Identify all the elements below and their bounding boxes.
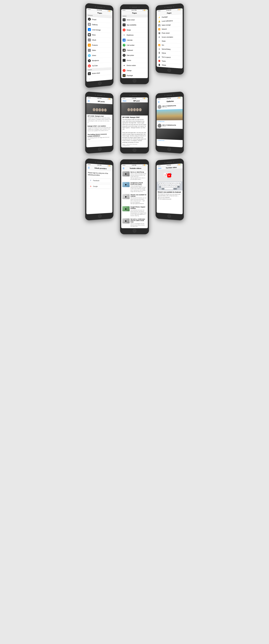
list-item-news[interactable]: 📰 News <box>86 32 112 38</box>
back-arrow-icon[interactable]: ‹ <box>158 168 158 169</box>
key-i[interactable]: i <box>174 182 176 184</box>
key-b[interactable]: b <box>170 186 172 188</box>
phone-screen-3-3: Carrier 1:04 PM ▲ 📶 🔋 ‹ Back YouTube vid… <box>157 164 183 214</box>
yt-player-screen[interactable]: ↗ ▶ ▶ YouTube <box>167 171 171 180</box>
list-item-badge[interactable]: ● Badge <box>121 28 148 32</box>
keyboard: q w e r t y u i o p a s d f g h <box>157 181 183 190</box>
key-j[interactable]: j <box>173 184 175 186</box>
home-button[interactable] <box>133 148 136 152</box>
hamburger-icon[interactable]: ☰ <box>123 167 125 170</box>
key-r[interactable]: r <box>165 182 167 184</box>
list-item-network[interactable]: 📶 Network <box>157 27 183 31</box>
hamburger-icon[interactable]: ☰ <box>88 100 90 102</box>
list-item-app-availability[interactable]: ⊞ App availability <box>121 22 148 28</box>
list-item-brightness[interactable]: ☀ Brightness <box>121 32 148 38</box>
item-label: SQLite <box>162 52 166 54</box>
post-card-2[interactable]: Raleigh 27607: Live Updates Tonight the … <box>86 124 112 133</box>
key-l[interactable]: l <box>177 184 180 186</box>
speaker-grill <box>97 7 103 8</box>
home-button[interactable] <box>168 214 171 218</box>
gallery-read-more[interactable]: ► Read more <box>157 120 183 123</box>
key-d[interactable]: d <box>164 184 166 186</box>
yt-video-item-5[interactable]: ▶ Nat and Lo: Underwater Internet Cables… <box>121 218 148 228</box>
key-n[interactable]: n <box>173 186 175 188</box>
list-item-calendar[interactable]: 📅 Calendar <box>121 38 148 43</box>
back-button[interactable]: Back <box>158 167 161 169</box>
list-item-action-sheet[interactable]: ☰ Action sheet <box>121 17 148 22</box>
key-h[interactable]: h <box>171 184 173 186</box>
home-button[interactable] <box>98 147 101 151</box>
list-item-oauth[interactable]: ↩ OAuth <box>86 37 112 43</box>
key-t[interactable]: t <box>167 182 169 184</box>
key-space[interactable] <box>165 188 173 190</box>
list-item-flashlight[interactable]: ⚡ Flashlight <box>121 73 148 78</box>
key-y[interactable]: y <box>169 182 171 184</box>
list-item-dialogs[interactable]: ⚠ Dialogs <box>121 68 148 73</box>
yt-video-item-4[interactable]: ▶ Google Photos: Happier Holidays Get th… <box>121 205 148 218</box>
home-button[interactable] <box>133 229 136 232</box>
list-item-slides[interactable]: ↔ Slides <box>86 48 112 53</box>
google-label: Google <box>93 186 98 187</box>
hamburger-icon[interactable]: ☰ <box>88 166 90 169</box>
post-content: ZIP CODE: Raleigh 27607 Tonight the Roll… <box>86 114 112 124</box>
list-item-vimeo[interactable]: V Vimeo <box>86 52 112 58</box>
key-g[interactable]: g <box>168 184 170 186</box>
key-m[interactable]: m <box>175 186 177 188</box>
list-item-photo-viewer[interactable]: 🖼 Photo viewer <box>157 31 183 35</box>
home-button[interactable] <box>168 147 171 151</box>
list-item-date-picker[interactable]: 🗓 Date picker <box>121 53 148 58</box>
google-login-button[interactable]: G Google <box>88 184 111 189</box>
post-card-3[interactable]: The Rolling Stones Announce London Exhib… <box>86 132 112 142</box>
list-item-shake[interactable]: 〰 Shake <box>157 39 183 44</box>
home-button[interactable] <box>98 81 101 85</box>
key-q[interactable]: q <box>158 182 160 184</box>
key-k[interactable]: k <box>175 184 177 186</box>
gallery-card-1[interactable]: SED UT PERSPICIATIS New York ► Read more <box>157 103 183 123</box>
key-p[interactable]: p <box>179 182 181 184</box>
key-123[interactable]: 123 <box>162 188 164 190</box>
gallery-card-2[interactable]: SED UT PERSPICIATIS Denver ► Read more <box>157 123 183 143</box>
list-item-sim[interactable]: 📶 Sim <box>157 43 183 48</box>
key-x[interactable]: x <box>163 186 165 188</box>
list-item-clipboard[interactable]: 📋 Clipboard <box>121 48 148 53</box>
yt-video-item-1[interactable]: ▶ Nat & Lo: 2Q16 Recap Nat & Lo take a l… <box>121 170 148 181</box>
yt-play-button[interactable]: ▶ <box>167 173 171 178</box>
key-a[interactable]: a <box>159 184 161 186</box>
flashlight-icon: ⚡ <box>123 74 126 77</box>
key-s[interactable]: s <box>162 184 163 186</box>
key-shift[interactable]: ⇧ <box>159 186 161 188</box>
nav-bar: Pages <box>121 11 148 15</box>
key-z[interactable]: z <box>161 186 163 188</box>
key-backspace[interactable]: ⌫ <box>177 186 180 188</box>
home-button[interactable] <box>168 68 171 72</box>
key-c[interactable]: c <box>166 186 168 188</box>
keyboard-row-3: ⇧ z x c v b n m ⌫ <box>157 186 182 188</box>
key-f[interactable]: f <box>166 184 168 186</box>
key-o[interactable]: o <box>176 182 178 184</box>
yt-video-item-2[interactable]: ▶ Google Duo | Knock Knock from Santa A … <box>121 181 148 193</box>
carrier-label: Carrier <box>122 98 125 99</box>
list-item-device[interactable]: 📱 Device <box>121 58 148 63</box>
home-button[interactable] <box>133 79 136 82</box>
item-label: Photo viewer <box>162 32 170 34</box>
back-arrow-icon[interactable]: ‹ <box>122 100 123 102</box>
post-card-1[interactable]: ZIP CODE: Raleigh 27607 Tonight the Roll… <box>86 103 112 124</box>
key-w[interactable]: w <box>161 182 162 184</box>
facebook-login-button[interactable]: f Facebook <box>88 178 111 183</box>
list-item-local-storage[interactable]: ☁ Local storage <box>86 27 112 33</box>
back-button[interactable]: Back <box>123 100 126 102</box>
phone-row-1: Carrier 12:16 PM ▲ 📶 🔋 Pages Generic ● D… <box>85 4 184 87</box>
key-return[interactable]: return <box>173 188 177 190</box>
key-u[interactable]: u <box>172 182 174 184</box>
hamburger-icon[interactable]: ☰ <box>158 101 160 103</box>
list-item-products[interactable]: 🛍 Products <box>86 42 112 48</box>
key-e[interactable]: e <box>163 182 165 184</box>
key-v[interactable]: v <box>168 186 170 188</box>
list-item-device-motion[interactable]: ⊕ Device motion <box>121 63 148 68</box>
yt-video-item-3[interactable]: ▶ Gboard: now available for Android With… <box>121 193 148 205</box>
list-item-screen-orientation[interactable]: ⟳ Screen orientation <box>157 35 183 39</box>
item-label: Action sheet <box>127 19 135 21</box>
phone-row-2: Carrier 1:00 PM ▲ 📶 🔋 ☰ WP posts <box>85 92 184 154</box>
list-item-call-number[interactable]: 📞 Call number <box>121 43 148 48</box>
home-button[interactable] <box>98 214 101 218</box>
